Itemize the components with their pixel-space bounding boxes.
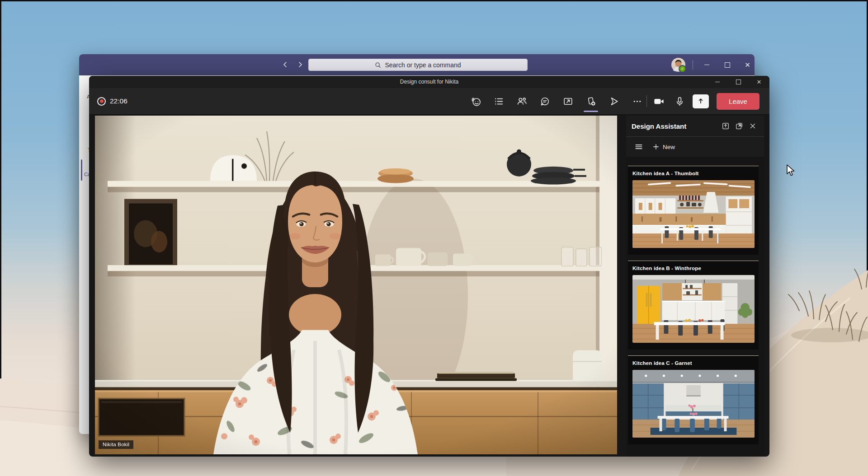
search-input[interactable]: Search or type a command — [308, 59, 528, 71]
card-title: Kitchen idea A - Thumbolt — [632, 171, 755, 176]
search-icon — [375, 62, 381, 68]
teams-maximize-button[interactable] — [717, 54, 737, 75]
participant-name-tag: Nikita Bokil — [99, 440, 133, 449]
close-icon: ✕ — [745, 61, 750, 68]
teams-title-bar: Search or type a command ✓ ✕ — [79, 54, 755, 75]
camera-button[interactable] — [651, 93, 666, 109]
panel-menu-button[interactable] — [632, 140, 646, 154]
plus-icon — [652, 143, 660, 150]
design-card-list: Kitchen idea A - Thumbolt — [626, 157, 764, 457]
kitchen-image-c[interactable] — [632, 370, 755, 438]
active-tool-underline — [584, 111, 598, 112]
assistant-bot-icon — [609, 96, 620, 107]
maximize-icon — [725, 62, 730, 68]
chat-icon — [539, 96, 551, 107]
panel-title: Design Assistant — [632, 122, 719, 130]
hamburger-menu-icon — [634, 142, 643, 151]
reactions-icon — [470, 96, 481, 107]
forward-button[interactable] — [296, 61, 304, 69]
teams-minimize-button[interactable] — [697, 54, 717, 75]
kitchen-a-illustration — [632, 180, 755, 248]
participants-button[interactable] — [514, 93, 529, 109]
kitchen-c-illustration — [632, 370, 755, 438]
chevron-left-icon — [282, 61, 288, 68]
pop-out-icon — [735, 121, 744, 131]
upload-box-icon — [721, 121, 730, 131]
share-screen-button[interactable] — [560, 93, 576, 109]
meeting-timer: 22:06 — [110, 97, 127, 105]
chevron-right-icon — [297, 61, 303, 68]
card-title: Kitchen idea B - Winthrope — [632, 266, 755, 271]
video-scene-kitchen — [95, 116, 617, 454]
new-label: New — [663, 144, 675, 150]
share-screen-icon — [562, 96, 574, 107]
meeting-title-bar: Design consult for Nikita ✕ — [89, 76, 769, 89]
upload-tray-button[interactable] — [693, 94, 709, 108]
minimize-icon — [704, 65, 709, 65]
close-icon: ✕ — [757, 79, 762, 85]
avatar[interactable]: ✓ — [671, 58, 685, 72]
search-placeholder: Search or type a command — [385, 61, 461, 69]
design-card-c[interactable]: Kitchen idea C - Garnet — [628, 355, 759, 444]
back-button[interactable] — [281, 61, 289, 69]
teams-app-rail-partial: A T Ca — [79, 75, 90, 434]
rail-selection-indicator — [81, 159, 82, 181]
assistant-bot-button[interactable] — [606, 93, 622, 109]
panel-upload-button[interactable] — [719, 119, 732, 133]
meeting-toolbar: 22:06 — [89, 88, 769, 115]
meeting-title: Design consult for Nikita — [89, 76, 769, 88]
recording-indicator: 22:06 — [97, 88, 127, 114]
panel-header: Design Assistant — [626, 116, 764, 137]
agenda-list-icon — [493, 96, 505, 107]
design-card-b[interactable]: Kitchen idea B - Winthrope — [628, 261, 759, 350]
panel-actions-row: New — [626, 137, 764, 157]
meeting-close-button[interactable]: ✕ — [749, 76, 769, 88]
close-icon — [749, 122, 757, 130]
kitchen-image-a[interactable] — [632, 180, 755, 248]
chat-button[interactable] — [537, 93, 552, 109]
agenda-button[interactable] — [491, 93, 506, 109]
desktop: Search or type a command ✓ ✕ A T C — [0, 0, 868, 476]
kitchen-image-b[interactable] — [632, 275, 755, 343]
video-feed: Nikita Bokil — [95, 116, 617, 454]
toolbar-separator — [646, 95, 647, 107]
new-design-button[interactable]: New — [650, 140, 678, 154]
kitchen-b-illustration — [632, 275, 755, 343]
apps-button[interactable] — [583, 93, 599, 109]
participants-icon — [516, 96, 528, 107]
more-options-icon — [632, 96, 643, 107]
maximize-icon — [736, 79, 741, 84]
card-title: Kitchen idea C - Garnet — [632, 360, 755, 366]
minimize-icon — [715, 82, 720, 82]
more-options-button[interactable] — [629, 93, 645, 109]
teams-close-button[interactable]: ✕ — [737, 54, 758, 75]
meeting-minimize-button[interactable] — [707, 76, 728, 88]
leave-button[interactable]: Leave — [717, 93, 760, 110]
recording-dot-icon — [97, 97, 106, 106]
design-assistant-panel: Design Assistant — [626, 116, 764, 457]
panel-close-button[interactable] — [746, 119, 760, 133]
design-card-a[interactable]: Kitchen idea A - Thumbolt — [628, 166, 759, 255]
meeting-maximize-button[interactable] — [728, 76, 749, 88]
mouse-cursor-icon — [785, 164, 797, 177]
microphone-icon — [674, 96, 685, 107]
reactions-button[interactable] — [468, 93, 483, 109]
meeting-window: Design consult for Nikita ✕ 22:06 — [89, 76, 769, 457]
camera-icon — [653, 95, 665, 107]
titlebar-separator — [693, 60, 693, 70]
panel-popout-button[interactable] — [732, 119, 746, 133]
upload-arrow-icon — [696, 97, 705, 106]
microphone-button[interactable] — [672, 93, 687, 109]
status-available-badge: ✓ — [679, 65, 686, 73]
apps-icon — [585, 96, 597, 107]
